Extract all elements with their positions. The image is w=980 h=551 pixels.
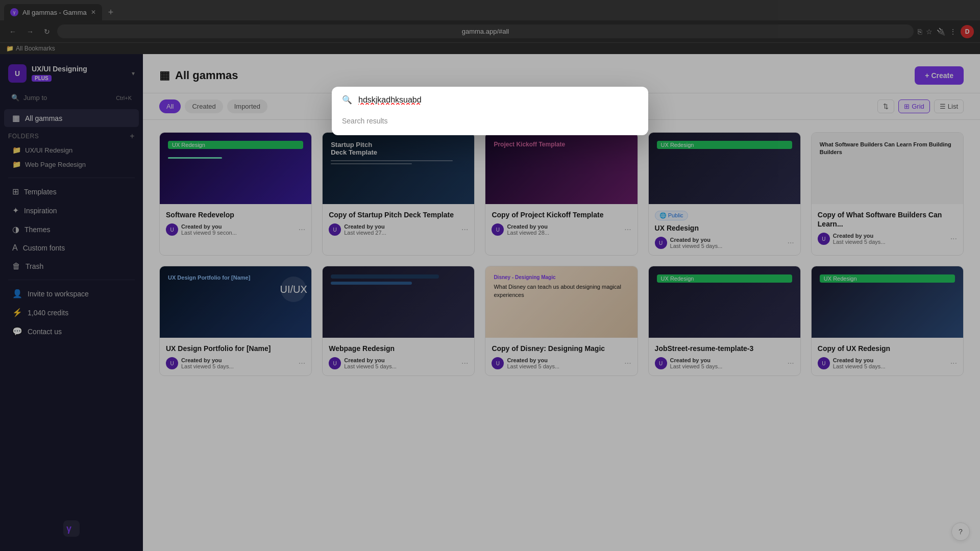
search-modal-icon: 🔍 xyxy=(342,95,352,105)
search-overlay[interactable]: 🔍 Search results xyxy=(0,0,980,551)
search-input-row: 🔍 xyxy=(332,87,648,113)
search-results-label: Search results xyxy=(342,117,387,125)
search-modal: 🔍 Search results xyxy=(332,87,648,135)
search-results-area: Search results xyxy=(332,113,648,135)
search-input[interactable] xyxy=(358,95,638,105)
